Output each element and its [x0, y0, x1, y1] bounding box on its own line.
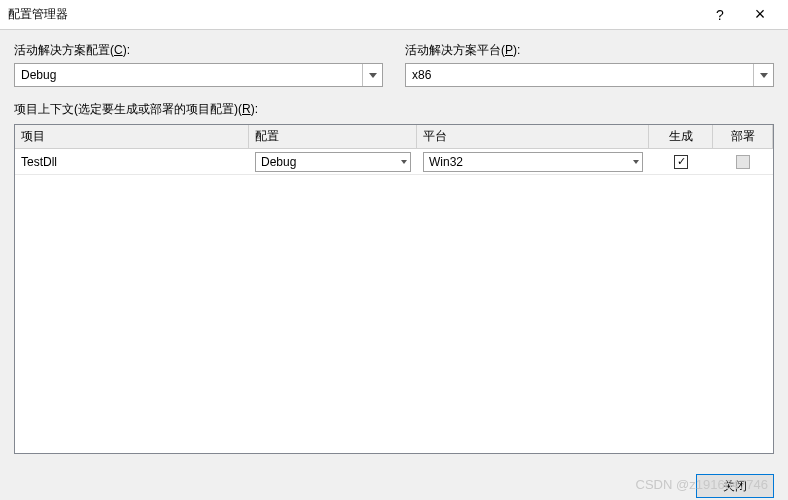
solution-platform-label: 活动解决方案平台(P):: [405, 42, 774, 59]
cell-build: ✓: [649, 149, 713, 174]
col-build[interactable]: 生成: [649, 125, 713, 148]
button-bar: 关闭: [0, 466, 788, 498]
col-config[interactable]: 配置: [249, 125, 417, 148]
deploy-checkbox: [736, 155, 750, 169]
help-button[interactable]: ?: [700, 7, 740, 23]
cell-config: Debug: [249, 149, 417, 174]
window-title: 配置管理器: [8, 6, 700, 23]
dropdown-arrow-icon: [753, 64, 773, 86]
solution-config-label: 活动解决方案配置(C):: [14, 42, 383, 59]
cell-deploy: [713, 149, 773, 174]
close-dialog-button[interactable]: 关闭: [696, 474, 774, 498]
solution-platform-select[interactable]: x86: [405, 63, 774, 87]
close-button[interactable]: ×: [740, 4, 780, 25]
solution-config-value: Debug: [21, 68, 56, 82]
project-grid: 项目 配置 平台 生成 部署 TestDll Debug Win32 ✓: [14, 124, 774, 454]
cell-platform: Win32: [417, 149, 649, 174]
chevron-down-icon: [633, 160, 639, 164]
grid-header: 项目 配置 平台 生成 部署: [15, 125, 773, 149]
cell-project: TestDll: [15, 149, 249, 174]
context-label: 项目上下文(选定要生成或部署的项目配置)(R):: [14, 101, 774, 118]
solution-config-select[interactable]: Debug: [14, 63, 383, 87]
solution-platform-value: x86: [412, 68, 431, 82]
table-row: TestDll Debug Win32 ✓: [15, 149, 773, 175]
title-bar: 配置管理器 ? ×: [0, 0, 788, 30]
row-config-select[interactable]: Debug: [255, 152, 411, 172]
col-platform[interactable]: 平台: [417, 125, 649, 148]
chevron-down-icon: [401, 160, 407, 164]
build-checkbox[interactable]: ✓: [674, 155, 688, 169]
col-deploy[interactable]: 部署: [713, 125, 773, 148]
col-project[interactable]: 项目: [15, 125, 249, 148]
row-platform-select[interactable]: Win32: [423, 152, 643, 172]
dropdown-arrow-icon: [362, 64, 382, 86]
